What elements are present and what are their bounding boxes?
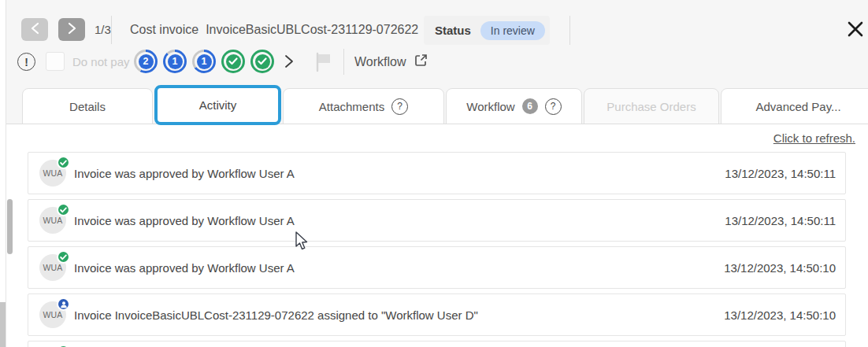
window-edge (0, 302, 6, 347)
workflow-step-approved-badge (221, 50, 245, 73)
workflow-open-link[interactable]: Workflow (354, 54, 428, 70)
activity-text: Invoice was approved by Workflow User A (74, 214, 725, 227)
vertical-scrollbar[interactable] (7, 199, 13, 254)
workflow-link-label: Workflow (354, 55, 406, 69)
workflow-step-badge: 1 (163, 50, 187, 73)
divider (343, 49, 344, 75)
tab-bar: Details Activity Attachments ? Workflow … (22, 88, 868, 125)
approved-check-icon (57, 203, 70, 216)
divider (111, 16, 112, 44)
divider (569, 16, 570, 45)
chevron-left-icon (31, 22, 39, 37)
assigned-user-icon (57, 297, 70, 311)
activity-panel: Click to refresh. WUA Invoice was approv… (6, 124, 868, 347)
close-button[interactable] (843, 17, 868, 42)
activity-text: Invoice InvoiceBasicUBLCost-231129-07262… (74, 308, 724, 322)
dialog-header: 1/3 Cost invoiceInvoiceBasicUBLCost-2311… (6, 0, 868, 124)
activity-timestamp: 13/12/2023, 14:50:10 (724, 308, 836, 322)
activity-item[interactable]: WUA Invoice was approved by Workflow Use… (28, 152, 846, 194)
check-icon (255, 54, 270, 69)
activity-text: Invoice was approved by Workflow User A (74, 167, 725, 180)
approved-check-icon (57, 156, 70, 169)
do-not-pay-checkbox[interactable] (46, 52, 65, 71)
activity-item[interactable]: WUA (28, 341, 846, 347)
approved-check-icon (57, 250, 70, 264)
invoice-dialog: 1/3 Cost invoiceInvoiceBasicUBLCost-2311… (0, 0, 868, 347)
workflow-step-approved-badge (250, 50, 274, 73)
warning-icon: ! (17, 53, 35, 71)
next-invoice-button[interactable] (58, 18, 85, 41)
pagination-counter: 1/3 (95, 23, 111, 36)
help-icon[interactable]: ? (391, 98, 408, 115)
panel-edge-line (6, 0, 6, 347)
activity-item[interactable]: WUA Invoice was approved by Workflow Use… (28, 246, 846, 289)
flag-icon[interactable] (315, 52, 332, 75)
expand-steps-chevron[interactable] (284, 54, 294, 69)
activity-timestamp: 13/12/2023, 14:50:10 (724, 261, 836, 275)
tab-activity[interactable]: Activity (154, 85, 281, 125)
activity-text: Invoice was approved by Workflow User A (74, 261, 724, 275)
tab-advanced-payments[interactable]: Advanced Pay... (721, 88, 868, 124)
previous-invoice-button[interactable] (21, 18, 48, 41)
tab-attachments[interactable]: Attachments ? (283, 88, 444, 124)
workflow-step-badge: 1 (192, 50, 216, 73)
status-container: Status In review (424, 16, 550, 45)
external-link-icon (414, 54, 428, 70)
do-not-pay-label: Do not pay (72, 55, 130, 68)
tab-details[interactable]: Details (22, 88, 153, 124)
status-badge: In review (480, 21, 545, 40)
refresh-link[interactable]: Click to refresh. (773, 131, 855, 145)
close-icon (847, 20, 864, 40)
activity-item[interactable]: WUA Invoice InvoiceBasicUBLCost-231129-0… (28, 293, 846, 336)
invoice-title: Cost invoiceInvoiceBasicUBLCost-231129-0… (130, 23, 418, 37)
status-label: Status (435, 24, 471, 37)
activity-timestamp: 13/12/2023, 14:50:11 (725, 214, 836, 227)
activity-item[interactable]: WUA Invoice was approved by Workflow Use… (28, 199, 846, 242)
tab-purchase-orders: Purchase Orders (584, 88, 719, 124)
activity-timestamp: 13/12/2023, 14:50:11 (725, 167, 836, 180)
workflow-step-badge: 2 (134, 50, 158, 73)
invoice-type-label: Cost invoice (130, 23, 198, 36)
workflow-count-badge: 6 (522, 98, 538, 114)
check-icon (226, 54, 241, 69)
invoice-number: InvoiceBasicUBLCost-231129-072622 (206, 23, 418, 36)
tab-workflow[interactable]: Workflow 6 ? (446, 88, 582, 124)
help-icon[interactable]: ? (545, 98, 562, 115)
workflow-step-badges: 2 1 1 (134, 50, 294, 73)
chevron-right-icon (68, 22, 76, 37)
